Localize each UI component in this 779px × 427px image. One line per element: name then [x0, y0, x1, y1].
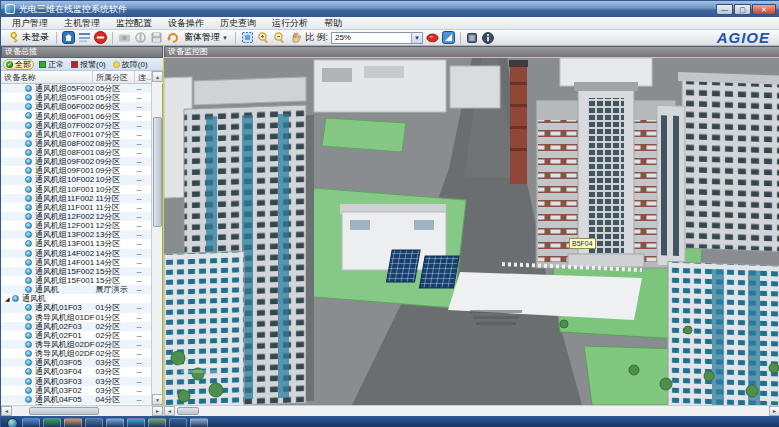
device-conn: -- — [136, 121, 152, 130]
scroll-up-icon[interactable]: ▲ — [152, 71, 163, 82]
device-status-icon — [25, 195, 32, 202]
device-status-icon — [25, 323, 32, 330]
device-conn: -- — [136, 93, 152, 102]
stop-button[interactable] — [94, 31, 107, 44]
device-conn: -- — [136, 157, 152, 166]
scale-combobox[interactable]: 25% ▼ — [331, 32, 423, 44]
taskbar-app-icon[interactable] — [169, 418, 187, 427]
column-header-conn[interactable]: 连… — [135, 71, 152, 83]
left-towers — [164, 73, 314, 405]
window-manage-button[interactable]: 窗体管理 ▼ — [182, 31, 230, 45]
device-conn: -- — [136, 230, 152, 239]
column-header-zone[interactable]: 所属分区 — [93, 71, 135, 83]
horizontal-scrollbar[interactable]: ◄ ► — [1, 405, 163, 416]
scrollbar-thumb[interactable] — [29, 407, 99, 415]
ruler-tool-icon[interactable] — [442, 31, 455, 44]
device-status-icon — [25, 359, 32, 366]
windows-taskbar[interactable] — [1, 416, 779, 427]
monitor-panel-title: 设备监控图 — [164, 46, 779, 58]
status-filter-label: 全部 — [15, 59, 31, 70]
vertical-scrollbar[interactable]: ▲ ▼ — [151, 71, 162, 405]
device-status-icon — [25, 396, 32, 403]
brand-logo: AGIOE — [717, 29, 770, 46]
taskbar-app-icon[interactable] — [127, 418, 145, 427]
device-conn: -- — [136, 203, 152, 212]
right-towers — [657, 71, 779, 405]
pan-hand-button[interactable] — [289, 31, 302, 44]
taskbar-app-icon[interactable] — [106, 418, 124, 427]
device-status-icon — [25, 286, 32, 293]
device-status-icon — [25, 332, 32, 339]
device-status-icon — [25, 112, 32, 119]
expand-arrow-icon[interactable]: ◢ — [5, 295, 12, 303]
taskbar-app-icon[interactable] — [148, 418, 166, 427]
login-button[interactable]: 未登录 — [5, 31, 51, 45]
red-marker-tool-icon[interactable] — [426, 31, 439, 44]
device-conn: -- — [136, 303, 152, 312]
horizontal-scrollbar[interactable]: ◄ ► — [164, 405, 779, 416]
device-status-icon — [25, 368, 32, 375]
status-filter-button[interactable]: 正常 — [37, 59, 66, 70]
device-conn: -- — [136, 185, 152, 194]
device-status-icon — [25, 140, 32, 147]
scale-value: 25% — [332, 33, 411, 42]
device-status-icon — [25, 213, 32, 220]
device-conn: -- — [136, 276, 152, 285]
taskbar-app-icon[interactable] — [43, 418, 61, 427]
title-bar[interactable]: 光电三维在线监控系统软件 — ▢ ✕ — [1, 1, 779, 17]
menu-item[interactable]: 历史查询 — [213, 17, 263, 29]
menu-item[interactable]: 用户管理 — [5, 17, 55, 29]
taskbar-app-icon[interactable] — [64, 418, 82, 427]
chevron-down-icon[interactable]: ▼ — [411, 33, 422, 43]
info-button[interactable] — [482, 31, 495, 44]
scrollbar-thumb[interactable] — [177, 407, 199, 415]
scroll-down-icon[interactable]: ▼ — [152, 394, 163, 405]
menu-item[interactable]: 设备操作 — [161, 17, 211, 29]
status-filter-button[interactable]: ✓全部 — [3, 59, 34, 70]
status-filter-button[interactable]: 报警(0) — [69, 59, 108, 70]
taskbar-app-icon[interactable] — [22, 418, 40, 427]
zoom-in-button[interactable] — [257, 31, 270, 44]
column-header-name[interactable]: 设备名称 — [1, 71, 93, 83]
device-conn: -- — [136, 386, 152, 395]
device-conn: -- — [136, 358, 152, 367]
toolbar-separator — [235, 32, 236, 44]
taskbar-app-icon[interactable] — [85, 418, 103, 427]
main-building — [536, 82, 676, 268]
building-label[interactable]: B5F04 — [569, 238, 596, 249]
menu-item[interactable]: 监控配置 — [109, 17, 159, 29]
device-conn: -- — [136, 212, 152, 221]
minimize-button[interactable]: — — [716, 4, 733, 15]
undo-icon[interactable] — [166, 31, 179, 44]
device-status-icon — [25, 268, 32, 275]
status-swatch-icon — [113, 61, 120, 68]
close-button[interactable]: ✕ — [752, 4, 776, 15]
device-list-icon[interactable] — [78, 31, 91, 44]
chimney — [509, 60, 528, 184]
scroll-right-icon[interactable]: ► — [152, 406, 163, 416]
zoom-out-button[interactable] — [273, 31, 286, 44]
home-button[interactable] — [62, 31, 75, 44]
scrollbar-thumb[interactable] — [153, 117, 162, 227]
select-region-button[interactable] — [241, 31, 254, 44]
status-filter-button[interactable]: 故障(0) — [111, 59, 150, 70]
menu-item[interactable]: 帮助 — [317, 17, 349, 29]
monitor-3d-viewport[interactable]: B5F04 — [164, 58, 779, 405]
maximize-button[interactable]: ▢ — [734, 4, 751, 15]
scroll-left-icon[interactable]: ◄ — [1, 406, 12, 416]
menu-item[interactable]: 运行分析 — [265, 17, 315, 29]
red-marker-icon[interactable] — [461, 224, 468, 236]
scroll-right-icon[interactable]: ► — [769, 406, 779, 416]
status-filter-row: ✓全部正常报警(0)故障(0) — [1, 58, 163, 71]
device-status-icon — [25, 222, 32, 229]
device-status-icon — [25, 122, 32, 129]
scroll-left-icon[interactable]: ◄ — [164, 406, 175, 416]
device-conn: -- — [136, 130, 152, 139]
start-button[interactable] — [7, 418, 18, 427]
taskbar-app-icon[interactable] — [190, 418, 208, 427]
snapshot-icon[interactable] — [466, 31, 479, 44]
menu-item[interactable]: 主机管理 — [57, 17, 107, 29]
toolbar: 未登录 窗体管理 ▼ — [1, 30, 779, 46]
device-tree-panel: ✓全部正常报警(0)故障(0) 设备名称 所属分区 连… 通风机组05F002 … — [1, 58, 163, 416]
device-status-icon — [25, 277, 32, 284]
